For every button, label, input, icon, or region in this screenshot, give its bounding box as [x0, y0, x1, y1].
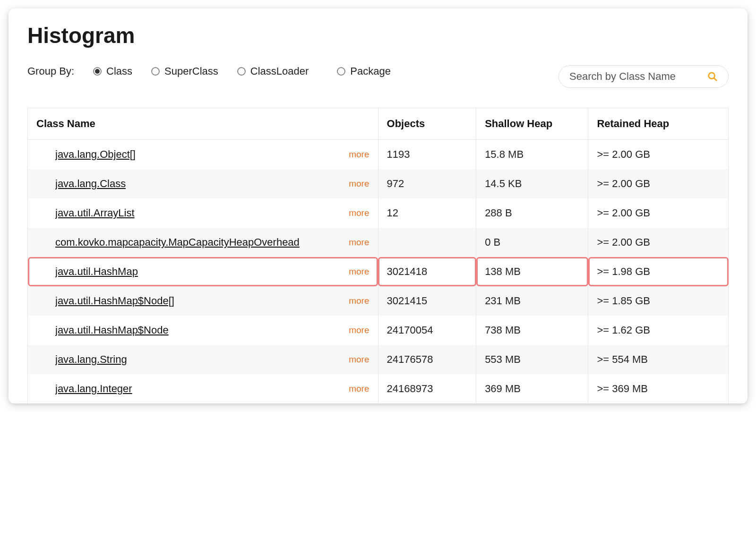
cell-objects: 3021415 [378, 286, 476, 316]
cell-retained-heap: >= 2.00 GB [588, 198, 729, 228]
radio-class[interactable]: Class [93, 65, 132, 77]
cell-class-name: java.lang.Classmore [28, 169, 378, 198]
cell-shallow-heap: 369 MB [476, 374, 588, 403]
col-objects[interactable]: Objects [378, 108, 476, 140]
cell-shallow-heap: 288 B [476, 198, 588, 228]
radio-label: Package [350, 65, 391, 77]
radio-classloader[interactable]: ClassLoader [237, 65, 309, 77]
table-header-row: Class Name Objects Shallow Heap Retained… [28, 108, 729, 140]
svg-line-1 [714, 78, 717, 81]
cell-objects [378, 228, 476, 257]
table-row: java.lang.Object[]more119315.8 MB>= 2.00… [28, 140, 729, 170]
cell-shallow-heap: 14.5 KB [476, 169, 588, 198]
cell-class-name: java.util.HashMap$Nodemore [28, 316, 378, 345]
more-link[interactable]: more [349, 354, 369, 365]
class-link[interactable]: java.lang.Class [55, 178, 126, 190]
more-link[interactable]: more [349, 149, 369, 160]
table-row: java.util.HashMap$Nodemore24170054738 MB… [28, 316, 729, 345]
table-row: java.util.HashMap$Node[]more3021415231 M… [28, 286, 729, 316]
radio-label: SuperClass [164, 65, 218, 77]
col-shallow-heap[interactable]: Shallow Heap [476, 108, 588, 140]
cell-class-name: java.util.ArrayListmore [28, 198, 378, 228]
cell-retained-heap: >= 554 MB [588, 345, 729, 374]
cell-objects: 1193 [378, 140, 476, 170]
class-link[interactable]: java.lang.Integer [55, 383, 132, 395]
radio-icon [237, 67, 246, 76]
col-class-name[interactable]: Class Name [28, 108, 378, 140]
cell-objects: 972 [378, 169, 476, 198]
class-link[interactable]: java.util.HashMap [55, 266, 138, 278]
cell-retained-heap: >= 2.00 GB [588, 228, 729, 257]
table-row: java.lang.Integermore24168973369 MB>= 36… [28, 374, 729, 403]
histogram-table: Class Name Objects Shallow Heap Retained… [27, 108, 729, 403]
more-link[interactable]: more [349, 179, 369, 189]
cell-class-name: java.lang.Object[]more [28, 140, 378, 170]
cell-retained-heap: >= 1.85 GB [588, 286, 729, 316]
cell-class-name: com.kovko.mapcapacity.MapCapacityHeapOve… [28, 228, 378, 257]
col-retained-heap[interactable]: Retained Heap [588, 108, 729, 140]
cell-objects: 3021418 [378, 257, 476, 286]
cell-class-name: java.util.HashMap$Node[]more [28, 286, 378, 316]
cell-shallow-heap: 0 B [476, 228, 588, 257]
more-link[interactable]: more [349, 384, 369, 394]
class-link[interactable]: java.util.HashMap$Node [55, 324, 169, 336]
cell-objects: 24176578 [378, 345, 476, 374]
radio-icon [93, 67, 102, 76]
cell-class-name: java.lang.Integermore [28, 374, 378, 403]
group-by-section: Group By: Class SuperClass ClassLoader P… [27, 65, 391, 77]
more-link[interactable]: more [349, 325, 369, 335]
group-by-label: Group By: [27, 65, 74, 77]
cell-shallow-heap: 231 MB [476, 286, 588, 316]
cell-class-name: java.lang.Stringmore [28, 345, 378, 374]
cell-shallow-heap: 738 MB [476, 316, 588, 345]
radio-label: Class [106, 65, 132, 77]
cell-shallow-heap: 15.8 MB [476, 140, 588, 170]
radio-superclass[interactable]: SuperClass [151, 65, 218, 77]
radio-label: ClassLoader [250, 65, 309, 77]
cell-shallow-heap: 138 MB [476, 257, 588, 286]
radio-icon [151, 67, 160, 76]
controls-row: Group By: Class SuperClass ClassLoader P… [27, 65, 729, 88]
cell-objects: 12 [378, 198, 476, 228]
search-input[interactable] [569, 70, 700, 83]
page-title: Histogram [27, 23, 729, 48]
cell-class-name: java.util.HashMapmore [28, 257, 378, 286]
radio-package[interactable]: Package [337, 65, 391, 77]
class-link[interactable]: java.util.HashMap$Node[] [55, 295, 174, 307]
class-link[interactable]: com.kovko.mapcapacity.MapCapacityHeapOve… [55, 236, 300, 249]
cell-retained-heap: >= 1.98 GB [588, 257, 729, 286]
table-row: java.lang.Stringmore24176578553 MB>= 554… [28, 345, 729, 374]
more-link[interactable]: more [349, 208, 369, 218]
more-link[interactable]: more [349, 266, 369, 277]
cell-retained-heap: >= 369 MB [588, 374, 729, 403]
radio-icon [337, 67, 345, 76]
search-icon [707, 71, 718, 82]
class-link[interactable]: java.lang.String [55, 353, 127, 366]
table-row: java.lang.Classmore97214.5 KB>= 2.00 GB [28, 169, 729, 198]
cell-objects: 24168973 [378, 374, 476, 403]
class-link[interactable]: java.lang.Object[] [55, 148, 136, 161]
table-row: java.util.ArrayListmore12288 B>= 2.00 GB [28, 198, 729, 228]
cell-objects: 24170054 [378, 316, 476, 345]
cell-shallow-heap: 553 MB [476, 345, 588, 374]
more-link[interactable]: more [349, 237, 369, 248]
table-row: com.kovko.mapcapacity.MapCapacityHeapOve… [28, 228, 729, 257]
cell-retained-heap: >= 2.00 GB [588, 169, 729, 198]
search-box[interactable] [558, 65, 729, 88]
more-link[interactable]: more [349, 296, 369, 306]
cell-retained-heap: >= 1.62 GB [588, 316, 729, 345]
table-row: java.util.HashMapmore3021418138 MB>= 1.9… [28, 257, 729, 286]
cell-retained-heap: >= 2.00 GB [588, 140, 729, 170]
histogram-card: Histogram Group By: Class SuperClass Cla… [9, 9, 747, 403]
class-link[interactable]: java.util.ArrayList [55, 207, 135, 219]
